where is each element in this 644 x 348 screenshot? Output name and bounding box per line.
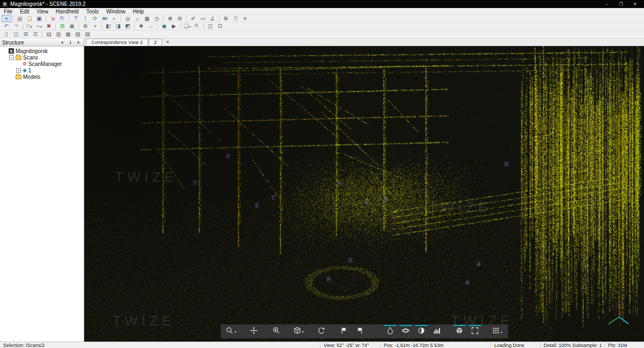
- cluster-button[interactable]: ▣: [67, 23, 77, 30]
- grid-view-button[interactable]: ▦: [142, 15, 152, 22]
- rotate-tool-button[interactable]: [314, 325, 328, 338]
- select-tool-button[interactable]: ⌖: [2, 15, 11, 22]
- open-project-button[interactable]: ❏: [25, 15, 34, 22]
- page-layout-b-button[interactable]: ▥: [54, 31, 63, 38]
- explore-view-button[interactable]: ◎: [123, 15, 133, 22]
- pano-view-button[interactable]: ◉: [159, 23, 169, 30]
- clip-back-tool-button[interactable]: [352, 325, 367, 338]
- clipboard-button[interactable]: ▤: [15, 15, 25, 22]
- tree-item-scans[interactable]: −Scans: [0, 54, 84, 61]
- tab-correspondence-view-2[interactable]: Correspondence View 2: [86, 39, 148, 46]
- collapse-icon[interactable]: −: [9, 55, 14, 60]
- menu-file[interactable]: File: [0, 8, 16, 15]
- delete-selection-button[interactable]: ✖: [44, 23, 54, 30]
- point-cloud-canvas[interactable]: [84, 46, 644, 342]
- selection-sphere-button[interactable]: ○▾: [34, 23, 44, 30]
- zoom-out-icon: ⊖: [178, 16, 182, 21]
- layout-grid-button[interactable]: ⊞: [21, 31, 31, 38]
- tree-item-magnitogorsk[interactable]: SMagnitogorsk: [0, 48, 84, 54]
- content-area: Correspondence View 22✕ ▾▾▴: [84, 39, 644, 342]
- menu-view[interactable]: View: [33, 8, 52, 15]
- panel-menu-button[interactable]: ▾: [59, 40, 65, 45]
- help-button[interactable]: ?: [71, 15, 80, 22]
- clipping-box-button[interactable]: □▾: [25, 23, 34, 30]
- view-top-button[interactable]: ◨: [113, 23, 123, 30]
- color-tool-button[interactable]: [383, 325, 397, 338]
- structure-tree: SMagnitogorsk−Scans⚙ScanManager+◉1Models: [0, 47, 84, 342]
- layers-button[interactable]: ≡: [240, 15, 250, 22]
- tree-item-scanmanager[interactable]: ⚙ScanManager: [0, 61, 84, 67]
- tab-2[interactable]: 2: [149, 39, 162, 46]
- play-video-button[interactable]: ▶: [169, 23, 179, 30]
- layout-list-button[interactable]: ☰: [31, 31, 40, 38]
- menu-tools[interactable]: Tools: [83, 8, 103, 15]
- history-view-button[interactable]: ◷: [152, 15, 162, 22]
- fullscreen-tool-button[interactable]: [467, 325, 482, 338]
- create-cluster-button[interactable]: ⊞: [57, 23, 67, 30]
- tree-item-1[interactable]: +◉1: [0, 67, 84, 73]
- pan-tool-button[interactable]: [246, 325, 261, 338]
- zoom-in-button[interactable]: ⊕: [165, 15, 175, 22]
- clip-forward-tool-button[interactable]: [336, 325, 351, 338]
- menu-window[interactable]: Window: [103, 8, 129, 15]
- page-layout-c-icon: ▦: [65, 32, 70, 37]
- measure-point-button[interactable]: ✚: [136, 23, 146, 30]
- undo-button[interactable]: ↶: [2, 23, 11, 30]
- close-button[interactable]: ✕: [628, 0, 642, 8]
- refresh-button[interactable]: ⟳: [90, 15, 100, 22]
- registration-button[interactable]: ⊛: [80, 23, 90, 30]
- page-layout-a-button[interactable]: ▤: [44, 31, 54, 38]
- view-iso-icon: ◩: [125, 24, 130, 29]
- contrast-tool-button[interactable]: [414, 325, 428, 338]
- view-iso-button[interactable]: ◩: [123, 23, 133, 30]
- layout-split-button[interactable]: ◫: [11, 31, 21, 38]
- zoom-in-tool-button[interactable]: [269, 325, 283, 338]
- info-button[interactable]: i: [80, 15, 90, 22]
- export-scan-button[interactable]: ⇱: [57, 15, 67, 22]
- measure-distance-button[interactable]: ↔: [146, 23, 156, 30]
- tab-close-button[interactable]: ✕: [164, 39, 171, 46]
- menu-edit[interactable]: Edit: [16, 8, 33, 15]
- save-project-button[interactable]: ▣: [34, 15, 44, 22]
- page-layout-e-button[interactable]: ▨: [83, 31, 92, 38]
- layout-single-button[interactable]: ▯: [2, 31, 11, 38]
- view-front-button[interactable]: ◧: [104, 23, 113, 30]
- place-scans-button[interactable]: ⌖: [90, 23, 100, 30]
- cube-solid-icon: [455, 327, 463, 337]
- settings-button[interactable]: ⚙: [221, 15, 231, 22]
- annotate-button[interactable]: ✐: [188, 15, 198, 22]
- home-view-button[interactable]: ⌂: [133, 15, 142, 22]
- histogram-tool-button[interactable]: [429, 325, 444, 338]
- panel-pin-button[interactable]: ↧: [67, 40, 74, 45]
- filter-button[interactable]: ▽: [231, 15, 240, 22]
- documentation-view-button[interactable]: ❏▾: [182, 23, 192, 30]
- page-layout-c-button[interactable]: ▦: [63, 31, 73, 38]
- home-view-icon: ⌂: [136, 16, 139, 21]
- grid-tool-button[interactable]: ▴: [490, 325, 504, 338]
- tree-item-models[interactable]: Models: [0, 73, 84, 80]
- status-bar: Selection: /Scans/2 View: 52° -25° w: 74…: [0, 342, 644, 348]
- maximize-button[interactable]: ❐: [614, 0, 628, 8]
- menu-help[interactable]: Help: [129, 8, 148, 15]
- minimize-button[interactable]: –: [600, 0, 614, 8]
- zoom-out-button[interactable]: ⊖: [175, 15, 185, 22]
- redo-button[interactable]: ↷: [11, 23, 21, 30]
- panel-close-button[interactable]: ✕: [75, 40, 82, 45]
- pano-tool-button[interactable]: [398, 325, 413, 338]
- expand-icon[interactable]: +: [16, 68, 21, 73]
- zoom-tool-button[interactable]: ▾: [224, 325, 238, 338]
- tree-item-label: Models: [23, 74, 40, 80]
- view-cube-tool-button[interactable]: ▾: [291, 325, 306, 338]
- scan-manager-icon: ⚙: [23, 62, 27, 66]
- view-3d-button[interactable]: 3D: [100, 15, 109, 22]
- ruler-button[interactable]: ▭: [198, 15, 208, 22]
- angle-measure-button[interactable]: ∠: [208, 15, 217, 22]
- cube-view-tool-button[interactable]: [452, 325, 466, 338]
- import-scan-button[interactable]: ⇲: [48, 15, 57, 22]
- export-view-button[interactable]: ⇱: [192, 23, 202, 30]
- fullscreen-view-button[interactable]: ⊡: [215, 23, 225, 30]
- page-layout-d-button[interactable]: ▧: [73, 31, 83, 38]
- color-wheel-button[interactable]: ◐: [109, 15, 119, 22]
- menu-handheld[interactable]: Handheld: [52, 8, 83, 15]
- dual-view-button[interactable]: ◫: [206, 23, 215, 30]
